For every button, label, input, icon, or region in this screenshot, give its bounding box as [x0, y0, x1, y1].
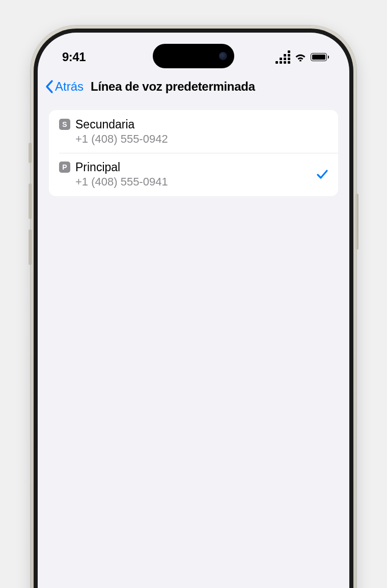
line-option-principal[interactable]: P Principal +1 (408) 555-0941	[49, 153, 338, 196]
chevron-left-icon	[45, 79, 54, 94]
back-button[interactable]: Atrás	[45, 79, 84, 94]
mute-switch	[29, 143, 32, 163]
volume-up-button	[29, 183, 32, 219]
battery-icon	[311, 53, 329, 61]
volume-down-button	[29, 229, 32, 265]
power-button	[355, 194, 358, 250]
screen: 9:41	[38, 33, 349, 588]
line-badge-icon: P	[59, 162, 70, 173]
navigation-bar: Atrás Línea de voz predeterminada	[38, 73, 349, 103]
line-option-secundaria[interactable]: S Secundaria +1 (408) 555-0942	[49, 110, 338, 153]
checkmark-icon	[316, 168, 329, 181]
page-title: Línea de voz predeterminada	[91, 79, 255, 94]
line-number: +1 (408) 555-0941	[75, 175, 311, 189]
line-badge-icon: S	[59, 119, 70, 130]
line-number: +1 (408) 555-0942	[75, 132, 329, 146]
dynamic-island	[153, 44, 234, 68]
voice-line-list: S Secundaria +1 (408) 555-0942 P Princip…	[49, 110, 338, 196]
line-label: Principal	[75, 160, 311, 175]
content: S Secundaria +1 (408) 555-0942 P Princip…	[38, 103, 349, 203]
phone-frame: 9:41	[31, 25, 356, 588]
back-label: Atrás	[55, 79, 84, 94]
status-time: 9:41	[62, 50, 86, 64]
line-label: Secundaria	[75, 117, 329, 132]
dual-sim-signal-icon	[275, 50, 290, 64]
wifi-icon	[294, 52, 307, 62]
front-camera-icon	[219, 52, 227, 60]
